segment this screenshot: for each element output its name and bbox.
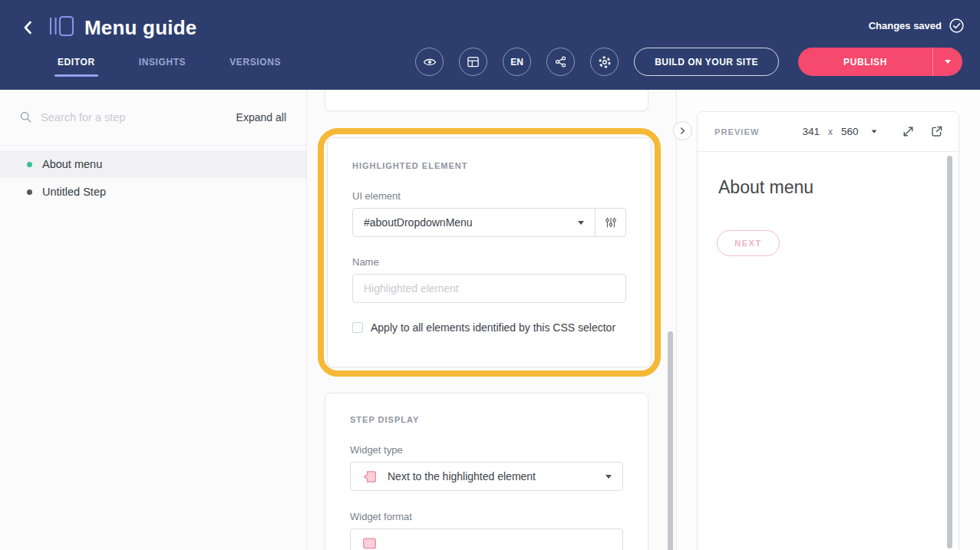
widget-format-select[interactable]: [350, 529, 623, 550]
size-separator: x: [828, 127, 833, 137]
search-step-input[interactable]: [41, 111, 236, 124]
widget-type-select[interactable]: Next to the highlighted element: [350, 462, 623, 491]
checkbox-label: Apply to all elements identified by this…: [371, 321, 615, 334]
chevron-down-icon: [578, 221, 584, 225]
build-on-your-site-button[interactable]: BUILD ON YOUR SITE: [634, 48, 779, 76]
widget-type-value: Next to the highlighted element: [388, 470, 536, 482]
tab-versions[interactable]: VERSIONS: [229, 57, 281, 68]
preview-size-select[interactable]: 341 x 560: [802, 126, 876, 137]
editor-scrollbar-thumb[interactable]: [668, 331, 673, 550]
header-title-group: Menu guide: [18, 12, 196, 43]
ui-element-select[interactable]: #aboutDropdownMenu: [353, 209, 595, 236]
preview-card: PREVIEW 341 x 560 About menu NEXT: [697, 111, 959, 550]
changes-saved-status: Changes saved: [869, 18, 965, 34]
step-status-dot-icon: [27, 162, 32, 167]
chevron-down-icon: [605, 475, 612, 479]
highlighted-element-card: HIGHLIGHTED ELEMENT UI element #aboutDro…: [327, 137, 652, 367]
settings-button[interactable]: [590, 48, 619, 76]
preview-title: PREVIEW: [714, 127, 759, 137]
back-button[interactable]: [18, 18, 38, 38]
checkbox-unchecked-icon[interactable]: [352, 322, 363, 333]
top-header: Menu guide Changes saved EDITOR INSIGHTS…: [0, 0, 980, 90]
ui-element-value: #aboutDropdownMenu: [364, 216, 473, 229]
language-code: EN: [510, 57, 523, 68]
chevron-down-icon: [945, 60, 951, 64]
step-display-card: STEP DISPLAY Widget type Next to the hig…: [325, 393, 648, 550]
expand-all-link[interactable]: Expand all: [236, 111, 286, 124]
expand-preview-button[interactable]: [900, 124, 916, 140]
step-editor-column: HIGHLIGHTED ELEMENT UI element #aboutDro…: [307, 90, 677, 550]
chevron-down-icon: [871, 130, 876, 133]
open-in-new-window-button[interactable]: [929, 124, 944, 140]
widget-type-label: Widget type: [350, 444, 623, 456]
step-list-item-untitled-step[interactable]: Untitled Step: [0, 178, 306, 206]
guide-type-logo-icon: [48, 15, 74, 41]
apply-to-all-checkbox-row[interactable]: Apply to all elements identified by this…: [352, 321, 626, 334]
expand-arrows-icon: [901, 124, 916, 139]
step-list-item-about-menu[interactable]: About menu: [0, 150, 306, 178]
highlighted-element-card-highlight-ring: HIGHLIGHTED ELEMENT UI element #aboutDro…: [318, 128, 661, 377]
step-list: About menu Untitled Step: [0, 150, 306, 206]
steps-sidebar: Expand all About menu Untitled Step: [0, 90, 307, 550]
publish-button[interactable]: PUBLISH: [798, 48, 932, 76]
widget-format-label: Widget format: [350, 511, 623, 522]
external-link-icon: [929, 124, 944, 139]
preview-scrollbar-thumb[interactable]: [947, 156, 952, 548]
chevron-right-icon: [678, 126, 688, 136]
collapse-preview-button[interactable]: [673, 121, 692, 140]
name-label: Name: [352, 256, 626, 268]
header-tabs: EDITOR INSIGHTS VERSIONS: [58, 57, 281, 68]
previous-settings-card-partial: [325, 90, 648, 111]
tab-insights[interactable]: INSIGHTS: [139, 57, 186, 68]
ui-element-select-group: #aboutDropdownMenu: [352, 208, 626, 237]
share-button[interactable]: [546, 48, 575, 76]
eye-icon: [422, 54, 437, 70]
element-selector-settings-button[interactable]: [596, 209, 625, 236]
changes-saved-text: Changes saved: [869, 20, 942, 31]
guide-title: Menu guide: [84, 16, 196, 40]
step-search-row: Expand all: [0, 90, 306, 146]
preview-panel: PREVIEW 341 x 560 About menu NEXT: [678, 90, 980, 550]
header-actions: EN BUILD ON YOUR SITE PUBLISH: [415, 48, 962, 76]
preview-eye-button[interactable]: [415, 48, 444, 76]
preview-header: PREVIEW 341 x 560: [698, 112, 959, 152]
section-title: HIGHLIGHTED ELEMENT: [352, 161, 626, 170]
tune-sliders-icon: [604, 216, 618, 229]
preview-next-button[interactable]: NEXT: [717, 230, 780, 256]
tooltip-widget-icon: [361, 469, 378, 485]
chevron-left-icon: [20, 19, 37, 36]
preview-width-value: 341: [802, 126, 820, 137]
share-icon: [553, 54, 568, 69]
layout-panel-icon: [466, 54, 480, 69]
step-label: About menu: [42, 158, 102, 170]
language-button[interactable]: EN: [503, 48, 531, 76]
format-widget-icon: [361, 535, 378, 550]
publish-options-button[interactable]: [932, 48, 962, 76]
page-layout-button[interactable]: [459, 48, 487, 76]
preview-height-value: 560: [841, 126, 859, 137]
preview-header-icons: [900, 124, 944, 140]
highlighted-element-name-input[interactable]: [352, 274, 626, 303]
publish-split-button: PUBLISH: [798, 48, 962, 76]
step-status-dot-icon: [27, 189, 32, 195]
search-icon: [19, 110, 33, 124]
preview-step-title: About menu: [718, 177, 959, 198]
step-label: Untitled Step: [42, 186, 106, 198]
check-circle-icon: [949, 18, 965, 34]
ui-element-label: UI element: [352, 190, 626, 202]
section-title: STEP DISPLAY: [350, 415, 623, 424]
tab-editor[interactable]: EDITOR: [58, 57, 95, 68]
gear-icon: [597, 54, 612, 70]
